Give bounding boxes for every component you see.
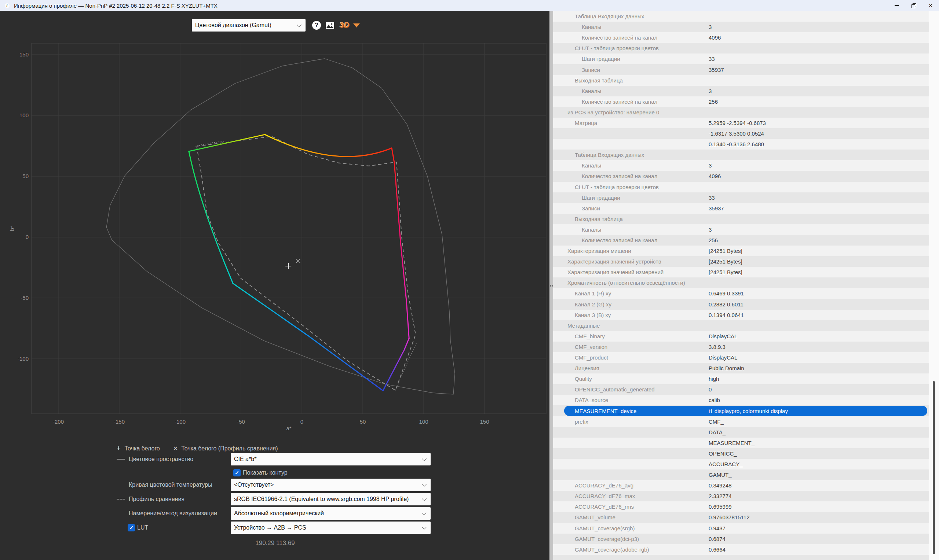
table-row[interactable]: Каналы3: [553, 86, 929, 96]
svg-text:100: 100: [419, 418, 428, 425]
table-row[interactable]: из PCS на устройство: намерение 0: [553, 107, 929, 118]
table-row[interactable]: Каналы3: [553, 224, 929, 235]
table-row[interactable]: ACCURACY_dE76_max2.332774: [553, 491, 929, 502]
table-row[interactable]: Таблица Входящих данных: [553, 11, 929, 22]
comparison-profile-gamut-outline: [197, 136, 416, 390]
table-row[interactable]: Количество записей на канал256: [553, 96, 929, 107]
row-label: Каналы: [582, 226, 601, 233]
table-row[interactable]: GAMUT_coverage(srgb)0.9437: [553, 523, 929, 534]
table-row[interactable]: CMF_version3.8.9.3: [553, 342, 929, 352]
table-row[interactable]: Записи35937: [553, 203, 929, 214]
restore-button[interactable]: [905, 0, 922, 11]
table-row[interactable]: Выходная таблица: [553, 75, 929, 86]
svg-text:-50: -50: [237, 418, 245, 425]
grid: [32, 43, 546, 414]
close-button[interactable]: ✕: [922, 0, 939, 11]
table-row[interactable]: GAMUT_: [553, 469, 929, 480]
table-row[interactable]: CMF_productDisplayCAL: [553, 352, 929, 363]
table-row[interactable]: OPENICC_automatic_generated0: [553, 384, 929, 395]
scrollbar-track[interactable]: [929, 11, 939, 560]
table-row[interactable]: CMF_binaryDisplayCAL: [553, 331, 929, 342]
table-row[interactable]: Метаданные: [553, 320, 929, 331]
row-value: 0.1394 0.0641: [709, 312, 744, 318]
table-row[interactable]: GAMUT_coverage(adobe-rgb)0.6664: [553, 544, 929, 555]
table-row[interactable]: Каналы3: [553, 22, 929, 32]
row-value: 4096: [709, 173, 721, 179]
row-value: 5.2959 -2.5394 -0.6873: [709, 120, 766, 126]
table-row[interactable]: -1.6317 3.5300 0.0524: [553, 128, 929, 139]
pane-splitter[interactable]: [549, 11, 553, 560]
row-value: 0.6874: [709, 536, 726, 542]
show-outline-checkbox[interactable]: ✓: [233, 469, 241, 477]
comparison-profile-select[interactable]: sRGB IEC61966-2.1 (Equivalent to www.srg…: [231, 493, 431, 505]
scrollbar-thumb[interactable]: [933, 381, 935, 554]
colorspace-select[interactable]: CIE a*b*: [231, 453, 431, 465]
lut-direction-select-value: Устройство → A2B → PCS: [231, 525, 420, 531]
gamut-plot[interactable]: 150100500-50-100-200-150-100-50050100150…: [0, 11, 549, 443]
row-value: 0.6469 0.3391: [709, 290, 744, 297]
row-value: 3: [709, 24, 712, 30]
temperature-curve-select[interactable]: <Отсутствует>: [231, 478, 431, 491]
table-row[interactable]: Матрица5.2959 -2.5394 -0.6873: [553, 118, 929, 128]
table-row[interactable]: 0.1340 -0.3136 2.6480: [553, 139, 929, 149]
view-3d-button[interactable]: 3D: [340, 21, 360, 29]
table-row[interactable]: Канал 1 (R) xy0.6469 0.3391: [553, 288, 929, 299]
table-row[interactable]: ЛицензияPublic Domain: [553, 363, 929, 374]
row-label: CMF_version: [575, 344, 607, 350]
intent-select[interactable]: Абсолютный колориметрический: [231, 507, 431, 520]
table-row[interactable]: prefixCMF_: [553, 416, 929, 427]
table-row[interactable]: Канал 3 (B) xy0.1394 0.0641: [553, 310, 929, 320]
table-row[interactable]: GAMUT_volume0.976037815112: [553, 512, 929, 523]
row-value: 2.332774: [709, 493, 732, 499]
table-row[interactable]: Qualityhigh: [553, 374, 929, 384]
table-row[interactable]: Канал 2 (G) xy0.2882 0.6011: [553, 299, 929, 310]
profile-gamut-outline-blue-to-cyan-bottom-edge: [233, 283, 383, 391]
table-row[interactable]: Записи35937: [553, 64, 929, 75]
table-row[interactable]: Количество записей на канал4096: [553, 32, 929, 43]
table-row[interactable]: Каналы3: [553, 160, 929, 171]
table-row[interactable]: Количество записей на канал4096: [553, 171, 929, 182]
row-value: 0.695999: [709, 503, 732, 510]
table-row[interactable]: Характеризация значений измерений[24251 …: [553, 267, 929, 277]
row-value: ACCURACY_: [709, 461, 743, 467]
help-button[interactable]: ?: [312, 21, 321, 30]
table-row[interactable]: ACCURACY_dE76_rms0.695999: [553, 502, 929, 512]
table-row[interactable]: DATA_sourcecalib: [553, 395, 929, 405]
table-row[interactable]: ACCURACY_: [553, 459, 929, 469]
lut-label: LUT: [137, 524, 148, 531]
svg-text:50: 50: [360, 418, 366, 425]
table-row[interactable]: Характеризация мишени[24251 Bytes]: [553, 246, 929, 256]
minimize-button[interactable]: [888, 0, 905, 11]
profile-info-panel: Таблица Входящих данныхКаналы3Количество…: [553, 11, 939, 560]
row-value: 3.8.9.3: [709, 344, 726, 350]
lut-direction-select[interactable]: Устройство → A2B → PCS: [231, 522, 431, 534]
comparison-profile-label: Профиль сравнения: [129, 495, 185, 503]
table-row[interactable]: MEASUREMENT_: [553, 438, 929, 448]
table-row[interactable]: Таблица Входящих данных: [553, 149, 929, 160]
row-label: Каналы: [582, 162, 601, 169]
table-row-selected[interactable]: MEASUREMENT_devicei1 displaypro, colormu…: [553, 405, 929, 416]
row-label: Количество записей на канал: [582, 98, 657, 105]
table-row[interactable]: ACCURACY_dE76_avg0.349248: [553, 480, 929, 491]
row-label: ACCURACY_dE76_max: [575, 493, 635, 499]
row-label: ACCURACY_dE76_rms: [575, 503, 634, 510]
profile-info-table: Таблица Входящих данныхКаналы3Количество…: [553, 11, 929, 560]
table-row[interactable]: Хроматичность (относительно освещённости…: [553, 277, 929, 288]
row-value: 3: [709, 88, 712, 94]
table-row[interactable]: CLUT - таблица проверки цветов: [553, 182, 929, 192]
table-row[interactable]: DATA_: [553, 427, 929, 438]
table-row[interactable]: GAMUT_coverage(dci-p3)0.6874: [553, 534, 929, 544]
table-row[interactable]: Характеризация значений устройств[24251 …: [553, 256, 929, 267]
table-row[interactable]: Шаги градации33: [553, 54, 929, 64]
table-row[interactable]: Выходная таблица: [553, 214, 929, 224]
profile-gamut-outline-red-to-magenta-right-edge: [392, 148, 409, 338]
plot-view-select[interactable]: Цветовой диапазон (Gamut): [192, 19, 305, 32]
svg-text:a*: a*: [286, 425, 291, 431]
lut-checkbox[interactable]: ✓: [128, 524, 135, 531]
table-row[interactable]: Количество записей на канал256: [553, 235, 929, 246]
table-row[interactable]: OPENICC_: [553, 448, 929, 459]
svg-text:50: 50: [22, 173, 29, 179]
table-row[interactable]: Шаги градации33: [553, 192, 929, 203]
save-image-button[interactable]: [326, 22, 334, 29]
table-row[interactable]: CLUT - таблица проверки цветов: [553, 43, 929, 54]
